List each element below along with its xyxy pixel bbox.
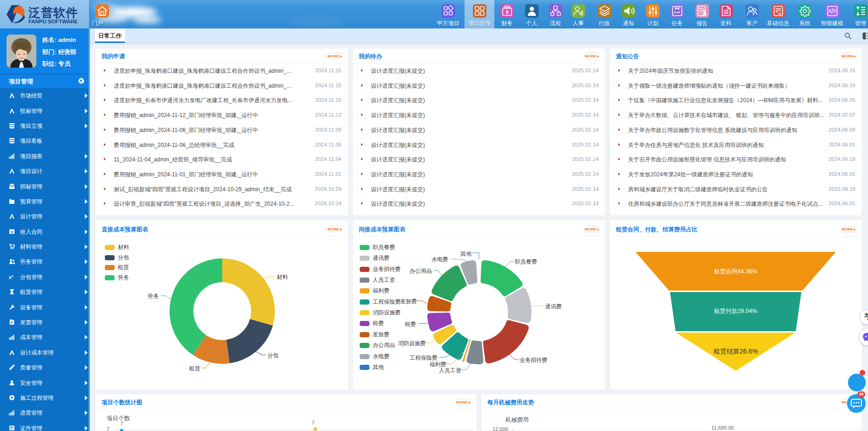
svg-text:FANPU SOFTWARE: FANPU SOFTWARE [28,19,78,24]
svg-text:¥: ¥ [778,11,781,16]
svg-text:x²: x² [9,274,14,280]
svg-text:泛普软件: 泛普软件 [28,6,78,20]
svg-text:$: $ [11,229,13,234]
svg-text:租赁合同44.36%: 租赁合同44.36% [714,268,757,275]
svg-text:¥: ¥ [506,9,509,15]
svg-text:租赁付款29.04%: 租赁付款29.04% [714,308,757,314]
svg-text:租赁结算26.6%: 租赁结算26.6% [713,348,758,355]
